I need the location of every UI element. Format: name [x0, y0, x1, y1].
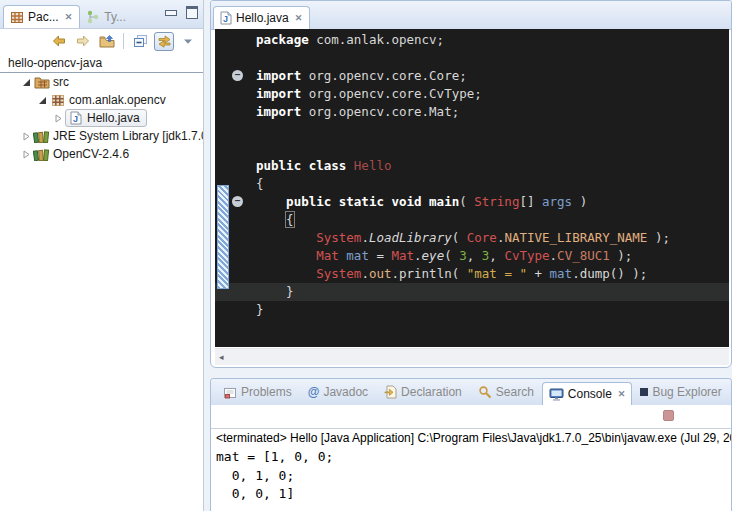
- left-panel-tabbar: Pac...✕Ty...: [0, 0, 203, 29]
- tab-label: Console: [568, 387, 612, 401]
- package-icon: [49, 94, 66, 107]
- view-tab-ty[interactable]: Ty...: [80, 6, 133, 28]
- console-output-line: 0, 1, 0;: [216, 467, 731, 486]
- range-indicator: [217, 185, 229, 289]
- search-icon: [478, 385, 492, 399]
- console-toolbar: [211, 405, 731, 429]
- code-line[interactable]: public static void main( String[] args ): [256, 193, 729, 211]
- view-tab-javadoc[interactable]: @Javadoc: [300, 385, 376, 399]
- minimize-icon[interactable]: [165, 10, 177, 16]
- code-line-current[interactable]: }: [215, 283, 729, 301]
- tab-label: Ty...: [104, 10, 126, 24]
- close-icon[interactable]: ✕: [65, 12, 73, 22]
- code-line[interactable]: [256, 139, 729, 157]
- up-folder-icon: [99, 34, 115, 48]
- code-editor[interactable]: –– package com.anlak.opencv;import org.o…: [215, 29, 729, 347]
- tab-label: Bug Explorer: [652, 385, 721, 399]
- tree-item-label: Hello.java: [84, 111, 143, 125]
- code-line[interactable]: public class Hello: [256, 157, 729, 175]
- up-folder-button[interactable]: [97, 32, 117, 51]
- code-line[interactable]: {: [256, 211, 729, 229]
- view-menu-icon: [183, 38, 193, 45]
- collapsed-arrow-icon[interactable]: [20, 132, 33, 141]
- expanded-arrow-icon[interactable]: [36, 96, 49, 105]
- terminate-icon[interactable]: [663, 410, 674, 421]
- code-line[interactable]: import org.opencv.core.CvType;: [256, 85, 729, 103]
- console-output: mat = [1, 0, 0; 0, 1, 0; 0, 0, 1]: [216, 448, 731, 504]
- forward-arrow-icon: [75, 34, 91, 48]
- editor-tabbar: J Hello.java ✕: [211, 1, 731, 30]
- tree-item-opencv-2-4-6[interactable]: OpenCV-2.4.6: [0, 145, 203, 163]
- console-output-line: mat = [1, 0, 0;: [216, 448, 731, 467]
- tree-item-hello-java[interactable]: JHello.java: [0, 109, 203, 127]
- view-tab-problems[interactable]: Problems: [215, 385, 300, 399]
- java-file-icon: J: [220, 11, 232, 25]
- link-with-editor-icon: [157, 35, 172, 48]
- code-line[interactable]: import org.opencv.core.Mat;: [256, 103, 729, 121]
- fold-collapse-icon[interactable]: –: [232, 196, 243, 207]
- collapsed-arrow-icon[interactable]: [20, 150, 33, 159]
- tree-item-label: com.anlak.opencv: [66, 93, 169, 107]
- console-view-stack: Problems@JavadocDeclarationSearchConsole…: [210, 378, 732, 511]
- code-line[interactable]: {: [256, 175, 729, 193]
- bottom-tabbar: Problems@JavadocDeclarationSearchConsole…: [211, 379, 731, 405]
- view-tab-declaration[interactable]: Declaration: [376, 385, 470, 399]
- tree-item-src[interactable]: src: [0, 73, 203, 91]
- back-arrow-icon: [51, 34, 67, 48]
- code-line[interactable]: [256, 49, 729, 67]
- view-tab-bug-explorer[interactable]: Bug Explorer: [632, 385, 729, 399]
- code-line[interactable]: [256, 121, 729, 139]
- editor-tab-label: Hello.java: [236, 11, 289, 25]
- code-line[interactable]: }: [256, 301, 729, 319]
- console-icon: [549, 388, 564, 401]
- collapse-all-button[interactable]: [130, 32, 150, 51]
- close-icon[interactable]: ✕: [618, 389, 626, 399]
- project-tree: srccom.anlak.opencvJHello.javaJRE System…: [0, 73, 203, 163]
- tree-item-label: src: [50, 75, 72, 89]
- code-line[interactable]: import org.opencv.core.Core;: [256, 67, 729, 85]
- view-tab-console[interactable]: Console✕: [542, 382, 633, 405]
- project-root-label[interactable]: hello-opencv-java: [0, 54, 203, 73]
- scroll-left-icon[interactable]: ◂: [215, 352, 224, 362]
- tab-hello-java[interactable]: J Hello.java ✕: [213, 6, 310, 29]
- bug-icon: [640, 388, 648, 396]
- declaration-icon: [384, 385, 397, 399]
- code-area[interactable]: package com.anlak.opencv;import org.open…: [215, 31, 729, 319]
- tree-item-jre-system-library-jdk1-7-0[interactable]: JRE System Library [jdk1.7.0: [0, 127, 203, 145]
- expanded-arrow-icon[interactable]: [20, 78, 33, 87]
- code-line[interactable]: System.LoadLibrary( Core.NATIVE_LIBRARY_…: [256, 229, 729, 247]
- collapse-all-icon: [133, 34, 148, 48]
- maximize-icon[interactable]: [186, 6, 198, 19]
- package-explorer-icon: [10, 11, 24, 24]
- console-content: <terminated> Hello [Java Application] C:…: [211, 429, 731, 504]
- tree-item-label: OpenCV-2.4.6: [50, 147, 132, 161]
- horizontal-scrollbar[interactable]: ◂: [215, 348, 729, 365]
- svg-text:J: J: [223, 14, 228, 24]
- forward-arrow-button[interactable]: [73, 32, 93, 51]
- package-explorer-toolbar: [0, 29, 203, 53]
- tab-label: Declaration: [401, 385, 462, 399]
- tab-label: Pac...: [28, 10, 59, 24]
- library-icon: [33, 130, 50, 143]
- java-file-icon: J: [67, 111, 84, 125]
- code-line[interactable]: Mat mat = Mat.eye( 3, 3, CvType.CV_8UC1 …: [256, 247, 729, 265]
- selected-item-box: JHello.java: [65, 109, 147, 127]
- tree-item-com-anlak-opencv[interactable]: com.anlak.opencv: [0, 91, 203, 109]
- tab-label: Javadoc: [323, 385, 368, 399]
- view-tab-search[interactable]: Search: [470, 385, 542, 399]
- editor-stack: J Hello.java ✕ –– package com.anlak.open…: [210, 0, 732, 368]
- back-arrow-button[interactable]: [49, 32, 69, 51]
- collapsed-arrow-icon[interactable]: [52, 114, 65, 123]
- fold-collapse-icon[interactable]: –: [232, 70, 243, 81]
- code-line[interactable]: package com.anlak.opencv;: [256, 31, 729, 49]
- link-with-editor-button[interactable]: [154, 32, 174, 51]
- console-output-line: 0, 0, 1]: [216, 485, 731, 504]
- close-icon[interactable]: ✕: [295, 13, 303, 23]
- view-tab-pac[interactable]: Pac...✕: [3, 5, 80, 28]
- view-window-buttons: [165, 6, 198, 19]
- svg-text:J: J: [73, 114, 78, 124]
- console-process-title: <terminated> Hello [Java Application] C:…: [216, 431, 731, 448]
- package-explorer-panel: Pac...✕Ty... hello-opencv-java srccom.an…: [0, 0, 204, 511]
- code-line[interactable]: System.out.println( "mat = " + mat.dump(…: [256, 265, 729, 283]
- view-menu-button[interactable]: [178, 32, 198, 51]
